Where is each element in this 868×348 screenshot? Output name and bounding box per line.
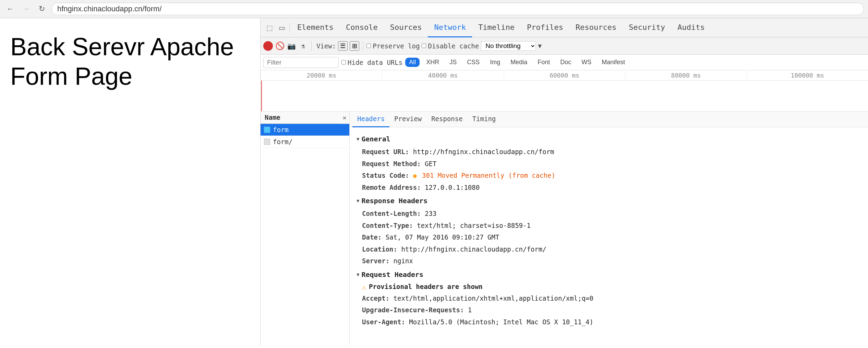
tab-audits[interactable]: Audits	[671, 18, 711, 37]
name-list-header: Name ✕	[261, 112, 349, 124]
cursor-tool-button[interactable]: ⬚	[263, 22, 276, 34]
filter-js-button[interactable]: JS	[446, 58, 460, 67]
row-icon-form	[264, 127, 270, 133]
warning-text: Provisional headers are shown	[369, 283, 483, 290]
hide-data-urls-label[interactable]: Hide data URLs	[341, 59, 402, 66]
server-row: Server: nginx	[357, 255, 861, 267]
user-agent-label: User-Agent:	[362, 318, 409, 326]
location-row: Location: http://hfnginx.chinacloudapp.c…	[357, 243, 861, 255]
disable-cache-label[interactable]: Disable cache	[422, 42, 479, 50]
filter-manifest-button[interactable]: Manifest	[598, 58, 629, 67]
filter-img-button[interactable]: Img	[486, 58, 504, 67]
name-column-header: Name	[261, 112, 340, 124]
record-button[interactable]	[263, 41, 273, 51]
throttle-dropdown-arrow[interactable]: ▼	[538, 42, 542, 49]
refresh-button[interactable]: ↻	[36, 3, 48, 15]
content-type-value: text/html; charset=iso-8859-1	[417, 222, 531, 229]
general-section-header: General	[357, 135, 861, 143]
row-label-form-slash: form/	[273, 138, 292, 146]
status-code-label: Status Code:	[362, 172, 413, 179]
request-url-label: Request URL:	[362, 148, 413, 155]
request-headers-section-header: Request Headers	[357, 270, 861, 279]
tab-console[interactable]: Console	[340, 18, 384, 37]
navigation-bar: ← → ↻ hfnginx.chinacloudapp.cn/form/	[0, 0, 868, 18]
detail-panel: Headers Preview Response Timing General …	[350, 112, 868, 346]
upgrade-insecure-label: Upgrade-Insecure-Requests:	[362, 306, 468, 314]
device-tool-button[interactable]: ▭	[276, 22, 288, 34]
tab-resources[interactable]: Resources	[569, 18, 623, 37]
request-method-value: GET	[425, 160, 436, 167]
tick-2: 40000 ms	[382, 70, 503, 80]
content-type-label: Content-Type:	[362, 222, 417, 229]
request-method-label: Request Method:	[362, 160, 425, 167]
preserve-log-label[interactable]: Preserve log	[366, 42, 420, 50]
remote-address-value: 127.0.0.1:1080	[425, 184, 480, 191]
filter-button[interactable]: ⚗	[298, 41, 308, 51]
tab-profiles[interactable]: Profiles	[521, 18, 569, 37]
server-value: nginx	[394, 257, 413, 265]
close-detail-button[interactable]: ✕	[340, 113, 349, 123]
back-button[interactable]: ←	[4, 3, 16, 15]
screenshot-button[interactable]: 📷	[287, 41, 296, 51]
clear-button[interactable]: 🚫	[275, 41, 285, 51]
detail-content: General Request URL: http://hfnginx.chin…	[350, 127, 868, 332]
filter-input[interactable]	[263, 57, 339, 68]
request-row-form-slash[interactable]: form/	[261, 136, 349, 148]
filter-ws-button[interactable]: WS	[578, 58, 595, 67]
tab-sources[interactable]: Sources	[384, 18, 428, 37]
preserve-log-checkbox[interactable]	[366, 44, 371, 48]
filter-css-button[interactable]: CSS	[463, 58, 483, 67]
address-bar[interactable]: hfnginx.chinacloudapp.cn/form/	[51, 3, 864, 15]
filter-bar: Hide data URLs All XHR JS CSS Img Media …	[261, 55, 868, 70]
request-row-form[interactable]: form	[261, 124, 349, 136]
tick-1: 20000 ms	[261, 70, 382, 80]
page-content: Back Serevr Apache Form Page	[0, 18, 261, 346]
filter-all-button[interactable]: All	[405, 58, 420, 67]
tab-network[interactable]: Network	[428, 18, 472, 37]
throttle-select[interactable]: No throttling GPRS Regular 2G Good 2G Re…	[481, 41, 536, 51]
tab-security[interactable]: Security	[623, 18, 671, 37]
tick-4: 80000 ms	[625, 70, 746, 80]
grid-view-button[interactable]: ⊞	[350, 41, 359, 51]
remote-address-row: Remote Address: 127.0.0.1:1080	[357, 182, 861, 194]
detail-tab-response[interactable]: Response	[426, 112, 468, 127]
remote-address-label: Remote Address:	[362, 184, 425, 191]
location-label: Location:	[362, 245, 401, 253]
upgrade-insecure-value: 1	[468, 306, 472, 314]
network-toolbar: 🚫 📷 ⚗ View: ☰ ⊞ Preserve log Disable cac…	[261, 37, 868, 55]
hide-data-urls-checkbox[interactable]	[341, 60, 346, 65]
provisional-headers-warning: ⚠ Provisional headers are shown	[357, 281, 861, 292]
forward-button[interactable]: →	[20, 3, 32, 15]
filter-media-button[interactable]: Media	[507, 58, 531, 67]
separator	[289, 23, 290, 33]
filter-doc-button[interactable]: Doc	[556, 58, 575, 67]
tick-5: 100000 ms	[747, 70, 868, 80]
date-row: Date: Sat, 07 May 2016 09:10:27 GMT	[357, 231, 861, 243]
tab-elements[interactable]: Elements	[291, 18, 340, 37]
detail-tab-headers[interactable]: Headers	[352, 112, 389, 127]
tab-timeline[interactable]: Timeline	[472, 18, 521, 37]
location-value: http://hfnginx.chinacloudapp.cn/form/	[401, 245, 546, 253]
filter-font-button[interactable]: Font	[534, 58, 554, 67]
list-view-button[interactable]: ☰	[338, 41, 348, 51]
filter-xhr-button[interactable]: XHR	[422, 58, 443, 67]
date-value: Sat, 07 May 2016 09:10:27 GMT	[386, 233, 499, 241]
request-url-row: Request URL: http://hfnginx.chinacloudap…	[357, 146, 861, 158]
row-icon-form-slash	[264, 139, 270, 145]
url-text: hfnginx.chinacloudapp.cn/form/	[57, 4, 162, 13]
detail-tab-preview[interactable]: Preview	[389, 112, 426, 127]
row-label-form: form	[273, 126, 289, 134]
content-length-row: Content-Length: 233	[357, 208, 861, 220]
tick-3: 60000 ms	[504, 70, 625, 80]
disable-cache-checkbox[interactable]	[422, 44, 426, 48]
timeline-ruler: 20000 ms 40000 ms 60000 ms 80000 ms 1000…	[261, 70, 868, 81]
page-title: Back Serevr Apache Form Page	[10, 32, 250, 91]
request-url-value: http://hfnginx.chinacloudapp.cn/form	[413, 148, 554, 155]
view-label: View:	[316, 42, 336, 50]
devtools-tab-bar: ⬚ ▭ Elements Console Sources Network Tim…	[261, 18, 868, 37]
date-label: Date:	[362, 233, 386, 241]
status-code-value: 301 Moved Permanently (from cache)	[422, 172, 555, 179]
content-length-label: Content-Length:	[362, 210, 425, 217]
detail-tab-timing[interactable]: Timing	[468, 112, 501, 127]
timeline-area: 20000 ms 40000 ms 60000 ms 80000 ms 1000…	[261, 70, 868, 112]
